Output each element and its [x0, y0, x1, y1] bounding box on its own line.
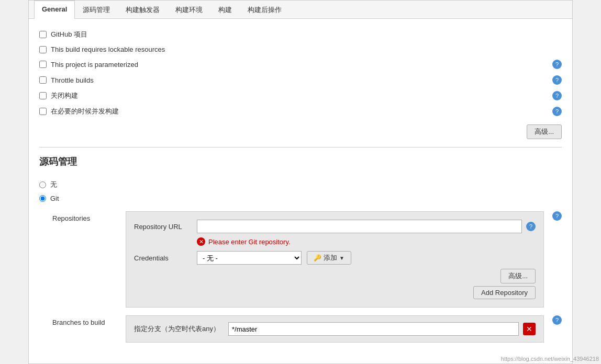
parameterized-label: This project is parameterized — [51, 61, 138, 69]
scm-none-radio[interactable] — [39, 181, 46, 188]
repositories-fields: Repository URL ? ✕ Please enter Git repo… — [126, 211, 544, 308]
throttle-help-icon[interactable]: ? — [552, 75, 562, 85]
tab-build[interactable]: 构建 — [210, 1, 240, 19]
main-container: General 源码管理 构建触发器 构建环境 构建 构建后操作 GitHub … — [28, 0, 573, 364]
branches-fields: 指定分支（为空时代表any） ✕ — [126, 315, 544, 343]
tab-post-build[interactable]: 构建后操作 — [240, 1, 290, 19]
add-repo-button-row: Add Repository — [134, 286, 536, 299]
checkbox-disable-build: 关闭构建 ? — [39, 88, 562, 104]
throttle-label: Throttle builds — [51, 76, 94, 84]
checkbox-github: GitHub 项目 — [39, 27, 562, 42]
general-advanced-button[interactable]: 高级... — [527, 124, 562, 139]
checkbox-concurrent: 在必要的时候并发构建 ? — [39, 104, 562, 119]
key-icon: 🔑 — [314, 254, 321, 261]
lockable-checkbox[interactable] — [39, 46, 47, 53]
add-arrow-icon: ▼ — [339, 255, 344, 261]
repo-url-label: Repository URL — [134, 223, 197, 231]
tab-general[interactable]: General — [34, 1, 75, 19]
scm-git-label: Git — [50, 195, 59, 202]
tab-build-triggers[interactable]: 构建触发器 — [118, 1, 168, 19]
concurrent-checkbox[interactable] — [39, 108, 47, 115]
repositories-label: Repositories — [52, 211, 126, 222]
disable-build-label: 关闭构建 — [51, 91, 78, 100]
repo-url-input[interactable] — [197, 220, 522, 233]
repo-url-help-icon[interactable]: ? — [526, 222, 536, 231]
repo-advanced-button[interactable]: 高级... — [500, 269, 536, 283]
branches-help-icon[interactable]: ? — [552, 315, 562, 325]
add-credentials-button[interactable]: 🔑 添加 ▼ — [307, 251, 351, 265]
scm-radio-none: 无 — [39, 177, 562, 192]
repositories-section: Repositories Repository URL ? ✕ Please e… — [52, 211, 562, 308]
error-row: ✕ Please enter Git repository. — [197, 237, 536, 246]
branches-section: Branches to build 指定分支（为空时代表any） ✕ ? — [52, 315, 562, 343]
branches-label: Branches to build — [52, 315, 126, 326]
tab-bar: General 源码管理 构建触发器 构建环境 构建 构建后操作 — [29, 1, 572, 19]
disable-build-help-icon[interactable]: ? — [552, 91, 562, 100]
scm-git-radio[interactable] — [39, 195, 46, 202]
disable-build-checkbox[interactable] — [39, 92, 47, 99]
scm-radio-git: Git — [39, 192, 562, 205]
lockable-label: This build requires lockable resources — [51, 46, 165, 53]
scm-heading: 源码管理 — [39, 155, 562, 168]
github-checkbox[interactable] — [39, 31, 47, 38]
repositories-help-icon[interactable]: ? — [552, 211, 562, 221]
parameterized-checkbox[interactable] — [39, 61, 47, 68]
repo-url-row: Repository URL ? — [134, 220, 536, 233]
concurrent-help-icon[interactable]: ? — [552, 107, 562, 116]
repo-buttons: 高级... — [134, 269, 536, 283]
credentials-select[interactable]: - 无 - — [197, 251, 302, 265]
scm-none-label: 无 — [50, 180, 57, 189]
remove-branch-button[interactable]: ✕ — [523, 323, 536, 335]
parameterized-help-icon[interactable]: ? — [552, 60, 562, 69]
concurrent-label: 在必要的时候并发构建 — [51, 107, 119, 116]
branches-inner: Branches to build 指定分支（为空时代表any） ✕ ? — [52, 315, 562, 343]
error-message: Please enter Git repository. — [208, 238, 291, 246]
content-area: GitHub 项目 This build requires lockable r… — [29, 19, 572, 350]
credentials-label: Credentials — [134, 254, 197, 262]
throttle-checkbox[interactable] — [39, 76, 47, 84]
error-icon: ✕ — [197, 237, 205, 246]
general-advanced-row: 高级... — [39, 119, 562, 144]
checkbox-lockable: This build requires lockable resources — [39, 42, 562, 56]
tab-scm[interactable]: 源码管理 — [75, 1, 118, 19]
add-repository-button[interactable]: Add Repository — [473, 286, 536, 299]
branch-input[interactable] — [228, 322, 519, 336]
checkbox-throttle: Throttle builds ? — [39, 72, 562, 88]
credentials-row: Credentials - 无 - 🔑 添加 ▼ — [134, 251, 536, 265]
add-label: 添加 — [324, 253, 337, 263]
tab-build-env[interactable]: 构建环境 — [168, 1, 210, 19]
github-label: GitHub 项目 — [51, 30, 87, 39]
branch-field-label: 指定分支（为空时代表any） — [134, 324, 220, 334]
branch-row: 指定分支（为空时代表any） ✕ — [134, 322, 536, 336]
watermark: https://blog.csdn.net/weixin_43946218 — [501, 356, 599, 362]
checkbox-parameterized: This project is parameterized ? — [39, 56, 562, 72]
section-divider — [39, 147, 562, 147]
